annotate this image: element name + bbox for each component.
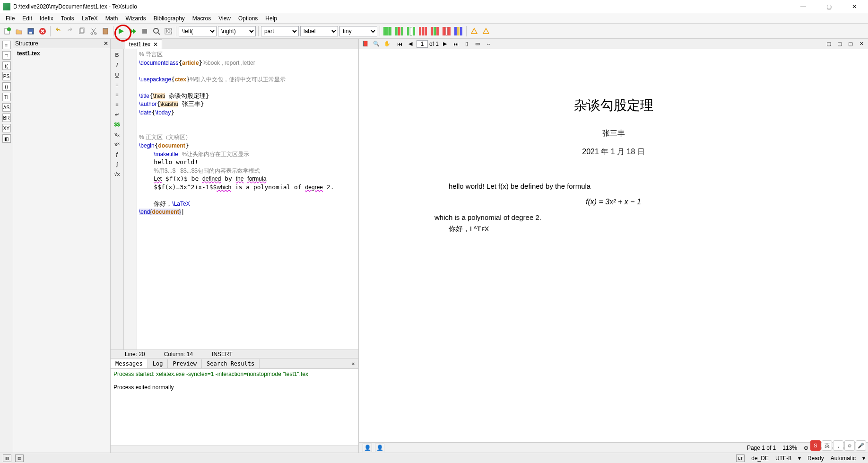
cursor-sync1-icon[interactable]: 👤	[363, 444, 372, 452]
messages-body[interactable]: Process started: xelatex.exe -synctex=1 …	[111, 369, 358, 445]
tikz-icon[interactable]: TI	[2, 93, 11, 101]
structure-root[interactable]: test1.tex	[17, 50, 40, 57]
ime-punct-icon[interactable]: ，	[833, 440, 843, 451]
ime-method-icon[interactable]: S	[810, 440, 821, 451]
menu-edit[interactable]: Edit	[18, 14, 36, 23]
cursor-sync2-icon[interactable]: 👤	[375, 444, 384, 452]
subscript-icon[interactable]: xₓ	[113, 131, 122, 138]
cut-icon[interactable]	[88, 26, 99, 36]
zoom-out-icon[interactable]: ⊖	[804, 445, 808, 451]
menu-help[interactable]: Help	[261, 14, 281, 23]
log-icon[interactable]: log	[163, 26, 174, 36]
align-left-icon[interactable]: ≡	[113, 81, 122, 88]
view-pdf-icon[interactable]	[151, 26, 162, 36]
menu-wizards[interactable]: Wizards	[122, 14, 149, 23]
menu-macros[interactable]: Macros	[189, 14, 215, 23]
brackets-icon[interactable]: ((	[2, 61, 11, 70]
next-page-icon[interactable]: ▶	[440, 40, 450, 48]
menu-view[interactable]: View	[215, 14, 234, 23]
stop-icon[interactable]	[139, 26, 150, 36]
last-page-icon[interactable]: ⏭	[451, 40, 460, 48]
align-center-icon[interactable]: ≡	[113, 91, 122, 98]
sqrt-icon[interactable]: √x	[113, 170, 122, 178]
continuous-icon[interactable]: ▭	[473, 40, 482, 48]
single-page-icon[interactable]: ▯	[462, 40, 471, 48]
int-icon[interactable]: ∫	[113, 160, 122, 168]
hl-green2-icon[interactable]	[394, 26, 405, 36]
copy-icon[interactable]	[77, 26, 87, 36]
ime-voice-icon[interactable]: 🎤	[856, 440, 866, 451]
preview-viewport[interactable]: 杂谈勾股定理 张三丰 2021 年 1 月 18 日 hello world! …	[359, 49, 868, 442]
maximize-button[interactable]: ▢	[818, 2, 840, 11]
tab-log[interactable]: Log	[148, 359, 168, 368]
xy-icon[interactable]: XY	[2, 124, 11, 132]
pdf-icon[interactable]: 📕	[361, 40, 370, 48]
editor-tab[interactable]: test1.tex ✕	[125, 39, 162, 49]
window-config2-icon[interactable]: ▢	[835, 40, 844, 48]
build-run-double-icon[interactable]	[128, 26, 138, 36]
tab-messages[interactable]: Messages	[111, 359, 148, 368]
build-run-icon[interactable]	[116, 26, 126, 36]
paste-icon[interactable]	[100, 26, 111, 36]
preview-close-icon[interactable]: ✕	[857, 40, 866, 48]
editor-tab-close-icon[interactable]: ✕	[153, 41, 158, 48]
redo-icon[interactable]	[65, 26, 75, 36]
delim-right-select[interactable]: \right)	[218, 26, 256, 36]
warn-next-icon[interactable]	[481, 26, 491, 36]
delim-icon[interactable]: ()	[2, 82, 11, 91]
hl-red1-icon[interactable]	[418, 26, 428, 36]
code-editor[interactable]: % 导言区 \documentclass{article}%book , rep…	[137, 49, 358, 349]
underline-icon[interactable]: U	[113, 71, 122, 79]
first-page-icon[interactable]: ⏮	[395, 40, 404, 48]
hl-green1-icon[interactable]	[382, 26, 393, 36]
window-config3-icon[interactable]: ▢	[846, 40, 855, 48]
frac-icon[interactable]: ƒ	[113, 150, 122, 158]
bold-icon[interactable]: B	[113, 51, 122, 59]
pstricks-icon[interactable]: PS	[2, 72, 11, 80]
mathmode-icon[interactable]: $$	[113, 121, 122, 128]
hand-icon[interactable]: ✋	[382, 40, 392, 48]
status-enc[interactable]: UTF-8	[775, 455, 791, 462]
minimize-button[interactable]: —	[792, 2, 814, 11]
fit-width-icon[interactable]: ↔	[484, 40, 493, 48]
hl-blue-icon[interactable]	[453, 26, 464, 36]
menu-options[interactable]: Options	[234, 14, 261, 23]
ime-bar[interactable]: S 英 ， ☺ 🎤	[810, 440, 866, 451]
prev-page-icon[interactable]: ◀	[406, 40, 415, 48]
menu-idefix[interactable]: Idefix	[36, 14, 57, 23]
status-auto[interactable]: Automatic	[831, 455, 856, 462]
structure-tree[interactable]: test1.tex	[13, 48, 110, 59]
fontsize-select[interactable]: tiny	[339, 26, 377, 36]
save-icon[interactable]	[26, 26, 36, 36]
undo-icon[interactable]	[53, 26, 63, 36]
newline-icon[interactable]: ↵	[113, 111, 122, 118]
open-file-icon[interactable]	[14, 26, 24, 36]
search-pdf-icon[interactable]: 🔍	[372, 40, 381, 48]
asy-icon[interactable]: AS	[2, 103, 11, 112]
new-file-icon[interactable]	[2, 26, 12, 36]
hl-red2-icon[interactable]	[430, 26, 440, 36]
status-lang[interactable]: de_DE	[751, 455, 769, 462]
bookmark-icon[interactable]: □	[2, 51, 11, 60]
align-right-icon[interactable]: ≡	[113, 101, 122, 108]
delim-left-select[interactable]: \left(	[179, 26, 217, 36]
structure-close-icon[interactable]: ✕	[104, 40, 108, 47]
close-doc-icon[interactable]	[37, 26, 48, 36]
page-input[interactable]	[417, 40, 428, 48]
layout1-icon[interactable]: ▥	[3, 454, 11, 462]
toc-icon[interactable]: ≡	[2, 41, 11, 49]
messages-close-icon[interactable]: ✕	[349, 360, 358, 367]
menu-tools[interactable]: Tools	[57, 14, 78, 23]
italic-icon[interactable]: I	[113, 61, 122, 69]
section-select[interactable]: part	[261, 26, 299, 36]
superscript-icon[interactable]: xˣ	[113, 140, 122, 148]
window-config1-icon[interactable]: ▢	[824, 40, 833, 48]
tab-search-results[interactable]: Search Results	[202, 359, 260, 368]
beamer-icon[interactable]: BR	[2, 114, 11, 122]
warn-prev-icon[interactable]	[469, 26, 479, 36]
hl-green3-icon[interactable]	[406, 26, 417, 36]
layout2-icon[interactable]: ▤	[15, 454, 24, 462]
color-icon[interactable]: ◧	[2, 134, 11, 143]
menu-latex[interactable]: LaTeX	[78, 14, 102, 23]
tab-preview[interactable]: Preview	[168, 359, 202, 368]
